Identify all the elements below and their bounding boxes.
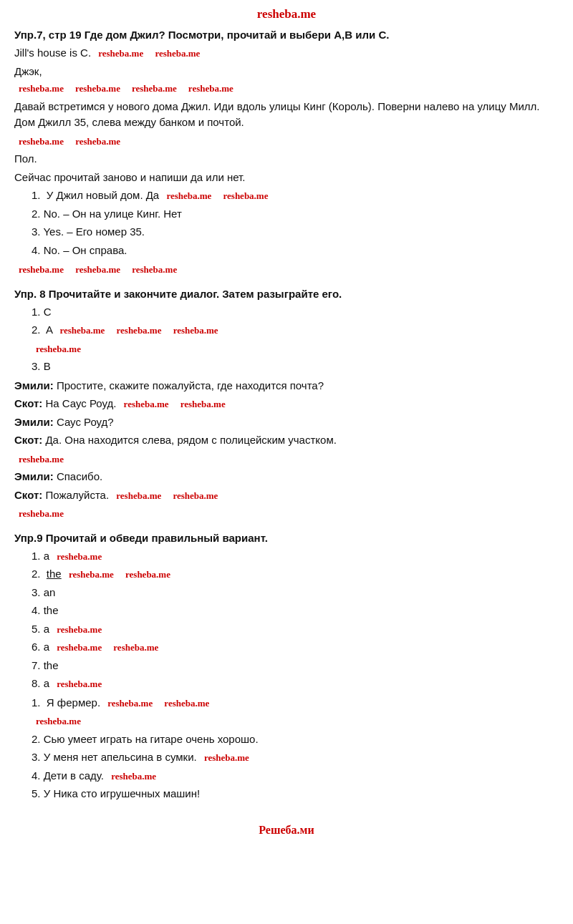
dialog-emily-1: Эмили: Простите, скажите пожалуйста, где… [14, 378, 559, 394]
watermark-8: resheba.me [75, 136, 120, 147]
upr8-ans-3: 3. B [32, 359, 559, 375]
list-item-2: 2. No. – Он на улице Кинг. Нет [32, 206, 559, 223]
watermark-6: resheba.me [188, 82, 233, 97]
watermark-row-2: resheba.me resheba.me [14, 133, 559, 150]
watermark-31: resheba.me [107, 698, 153, 709]
watermark-row-3: resheba.me resheba.me resheba.me [14, 261, 559, 278]
jills-house-line: Jill's house is C. resheba.me resheba.me [14, 45, 559, 62]
section-upr7: Упр.7, стр 19 Где дом Джил? Посмотри, пр… [14, 29, 559, 278]
watermark-18: resheba.me [124, 399, 169, 409]
watermark-row-4: resheba.me [32, 341, 559, 357]
watermark-row-1: resheba.me resheba.me resheba.me resheba… [14, 82, 559, 97]
dialog-skot-1: Скот: На Саус Роуд. resheba.me resheba.m… [14, 396, 559, 412]
jack-line: Джэк, [14, 64, 559, 80]
upr9-translations: 1. Я фермер. resheba.me resheba.me reshe… [32, 695, 559, 802]
watermark-25: resheba.me [69, 569, 114, 580]
watermark-20: resheba.me [19, 454, 64, 465]
upr8-answers: 1. С 2. A resheba.me resheba.me resheba.… [32, 304, 559, 375]
watermark-10: resheba.me [223, 190, 269, 201]
upr9-title: Упр.9 Прочитай и обведи правильный вариа… [14, 532, 559, 544]
upr8-ans-1: 1. С [32, 304, 559, 321]
watermark-21: resheba.me [116, 490, 161, 501]
trans-5: 5. У Ника сто игрушечных машин! [32, 786, 559, 802]
watermark-9: resheba.me [166, 190, 211, 201]
watermark-22: resheba.me [173, 490, 218, 501]
watermark-26: resheba.me [125, 569, 170, 580]
trans-2: 2. Сью умеет играть на гитаре очень хоро… [32, 731, 559, 748]
reread-line: Сейчас прочитай заново и напиши да или н… [14, 170, 559, 186]
list-item-1: 1. У Джил новый дом. Да resheba.me reshe… [32, 188, 559, 204]
watermark-15: resheba.me [117, 325, 162, 336]
dialog-skot-3: Скот: Пожалуйста. resheba.me resheba.me [14, 487, 559, 504]
upr9-ans-6: 6. a resheba.me resheba.me [32, 639, 559, 656]
watermark-29: resheba.me [113, 642, 158, 653]
dialog-skot-2: Скот: Да. Она находится слева, рядом с п… [14, 432, 559, 449]
dialog-emily-3: Эмили: Спасибо. [14, 469, 559, 485]
watermark-14: resheba.me [59, 325, 105, 336]
upr9-ans-7: 7. the [32, 658, 559, 674]
pol-line: Пол. [14, 151, 559, 167]
watermark-34: resheba.me [204, 752, 249, 763]
upr7-title: Упр.7, стр 19 Где дом Джил? Посмотри, пр… [14, 29, 559, 41]
upr8-ans-2: 2. A resheba.me resheba.me resheba.me [32, 322, 559, 339]
upr7-numbered: 1. У Джил новый дом. Да resheba.me reshe… [32, 188, 559, 258]
upr9-ans-3: 3. an [32, 585, 559, 601]
watermark-11: resheba.me [19, 264, 64, 275]
upr9-ans-8: 8. a resheba.me [32, 676, 559, 692]
list-item-4: 4. No. – Он справа. [32, 243, 559, 259]
watermark-17: resheba.me [36, 344, 81, 354]
watermark-19: resheba.me [180, 399, 226, 409]
watermark-row-7: resheba.me [32, 713, 559, 729]
list-item-3: 3. Yes. – Его номер 35. [32, 224, 559, 240]
watermark-row-5: resheba.me [14, 451, 559, 467]
upr8-title: Упр. 8 Прочитайте и закончите диалог. За… [14, 288, 559, 300]
trans-1: 1. Я фермер. resheba.me resheba.me [32, 695, 559, 711]
upr9-answers: 1. a resheba.me 2. the resheba.me resheb… [32, 548, 559, 692]
watermark-3: resheba.me [19, 82, 64, 97]
watermark-2: resheba.me [155, 48, 200, 59]
watermark-1: resheba.me [98, 48, 143, 59]
watermark-30: resheba.me [57, 679, 102, 689]
watermark-28: resheba.me [57, 642, 102, 653]
watermark-7: resheba.me [19, 136, 64, 147]
upr9-ans-2: 2. the resheba.me resheba.me [32, 566, 559, 583]
watermark-5: resheba.me [132, 82, 177, 97]
section-upr9: Упр.9 Прочитай и обведи правильный вариа… [14, 532, 559, 802]
watermark-23: resheba.me [19, 508, 64, 519]
watermark-35: resheba.me [111, 771, 156, 782]
watermark-32: resheba.me [164, 698, 209, 709]
upr9-ans-5: 5. a resheba.me [32, 621, 559, 638]
section-upr8: Упр. 8 Прочитайте и закончите диалог. За… [14, 288, 559, 522]
trans-3: 3. У меня нет апельсина в сумки. resheba… [32, 749, 559, 766]
dialog-emily-2: Эмили: Саус Роуд? [14, 414, 559, 431]
trans-4: 4. Дети в саду. resheba.me [32, 768, 559, 784]
watermark-27: resheba.me [57, 624, 102, 635]
watermark-row-6: resheba.me [14, 505, 559, 522]
letter-text-line1: Давай встретимся у нового дома Джил. Иди… [14, 99, 559, 131]
watermark-24: resheba.me [57, 551, 102, 562]
site-footer: Решеба.ми [14, 824, 559, 837]
upr9-ans-1: 1. a resheba.me [32, 548, 559, 565]
upr9-ans-4: 4. the [32, 603, 559, 619]
watermark-33: resheba.me [36, 716, 81, 726]
watermark-13: resheba.me [132, 264, 177, 275]
site-header: resheba.me [14, 7, 559, 21]
watermark-4: resheba.me [75, 82, 120, 97]
watermark-16: resheba.me [173, 325, 218, 336]
watermark-12: resheba.me [75, 264, 120, 275]
